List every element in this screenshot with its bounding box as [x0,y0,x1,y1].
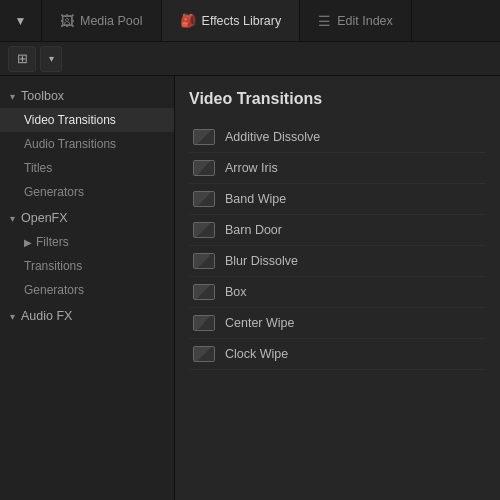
grid-view-btn[interactable]: ⊞ [8,46,36,72]
effect-item-box[interactable]: Box [189,277,486,308]
chevron-icon: ▾ [10,311,15,322]
sidebar-item-generators[interactable]: Generators [0,180,174,204]
sidebar-section-toolbox-header[interactable]: ▾ Toolbox [0,84,174,108]
effect-item-blur-dissolve[interactable]: Blur Dissolve [189,246,486,277]
top-tabs: 🖼 Media Pool 🎒 Effects Library ☰ Edit In… [42,0,500,41]
sidebar-section-openfx: ▾ OpenFX ▶ Filters Transitions Generator… [0,206,174,302]
effect-item-clock-wipe[interactable]: Clock Wipe [189,339,486,370]
effect-icon [193,346,215,362]
media-pool-icon: 🖼 [60,13,74,29]
dropdown-btn[interactable]: ▾ [40,46,62,72]
effect-icon [193,129,215,145]
sidebar-item-video-transitions[interactable]: Video Transitions [0,108,174,132]
content-title: Video Transitions [189,90,486,108]
sidebar-item-audio-transitions[interactable]: Audio Transitions [0,132,174,156]
effect-icon [193,222,215,238]
effects-library-icon: 🎒 [180,13,196,28]
sidebar-item-generators2[interactable]: Generators [0,278,174,302]
sidebar-item-titles[interactable]: Titles [0,156,174,180]
top-bar: ▼ 🖼 Media Pool 🎒 Effects Library ☰ Edit … [0,0,500,42]
tab-media-pool[interactable]: 🖼 Media Pool [42,0,162,41]
effect-icon [193,160,215,176]
chevron-icon: ▾ [10,91,15,102]
effect-item-center-wipe[interactable]: Center Wipe [189,308,486,339]
effect-item-barn-door[interactable]: Barn Door [189,215,486,246]
content-area: Video Transitions Additive Dissolve Arro… [175,76,500,500]
grid-icon: ⊞ [17,51,28,66]
effect-item-additive-dissolve[interactable]: Additive Dissolve [189,122,486,153]
chevron-icon: ▾ [10,213,15,224]
chevron-down-icon: ▼ [15,14,27,28]
sidebar-section-openfx-header[interactable]: ▾ OpenFX [0,206,174,230]
effect-list: Additive Dissolve Arrow Iris Band Wipe B… [189,122,486,370]
effect-icon [193,284,215,300]
sidebar-section-audiofx: ▾ Audio FX [0,304,174,328]
tab-edit-index[interactable]: ☰ Edit Index [300,0,412,41]
chevron-down-icon: ▾ [49,53,54,64]
sidebar-item-transitions[interactable]: Transitions [0,254,174,278]
collapse-panel-btn[interactable]: ▼ [0,0,42,41]
effect-icon [193,191,215,207]
sidebar-section-toolbox: ▾ Toolbox Video Transitions Audio Transi… [0,84,174,204]
effect-icon [193,253,215,269]
edit-index-icon: ☰ [318,13,331,29]
sidebar: ▾ Toolbox Video Transitions Audio Transi… [0,76,175,500]
second-bar: ⊞ ▾ [0,42,500,76]
sidebar-item-filters[interactable]: ▶ Filters [0,230,174,254]
sidebar-section-audiofx-header[interactable]: ▾ Audio FX [0,304,174,328]
main-layout: ▾ Toolbox Video Transitions Audio Transi… [0,76,500,500]
effect-icon [193,315,215,331]
chevron-right-icon: ▶ [24,237,32,248]
effect-item-band-wipe[interactable]: Band Wipe [189,184,486,215]
tab-effects-library[interactable]: 🎒 Effects Library [162,0,301,41]
effect-item-arrow-iris[interactable]: Arrow Iris [189,153,486,184]
